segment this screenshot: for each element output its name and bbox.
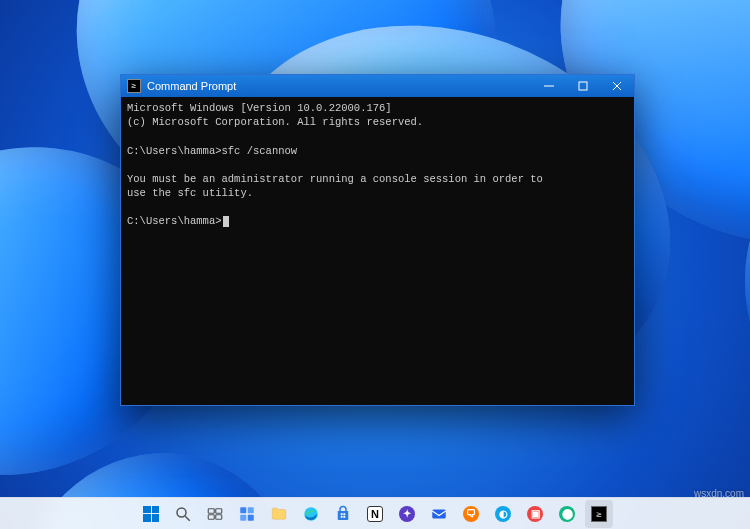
command-prompt-taskbar[interactable]: ≥	[585, 500, 613, 528]
terminal-output: use the sfc utility.	[127, 187, 253, 199]
desktop: ≥ Command Prompt Microsoft Windows [Vers…	[0, 0, 750, 529]
close-button[interactable]	[600, 75, 634, 97]
terminal-line: (c) Microsoft Corporation. All rights re…	[127, 116, 423, 128]
green-app-icon: ⬤	[559, 506, 575, 522]
svg-rect-11	[341, 513, 343, 515]
minimize-icon	[544, 81, 554, 91]
terminal-cursor	[223, 216, 229, 227]
notion-button[interactable]: N	[361, 500, 389, 528]
widgets-icon	[238, 505, 256, 523]
maximize-icon	[578, 81, 588, 91]
cloud-app-icon: ✦	[399, 506, 415, 522]
terminal-command: sfc /scannow	[222, 145, 298, 157]
task-view-icon	[206, 505, 224, 523]
taskbar: N ✦ 🗨 ◐ ▣ ⬤ ≥	[0, 497, 750, 529]
window-title: Command Prompt	[147, 80, 532, 92]
mail-icon	[430, 505, 448, 523]
svg-rect-15	[432, 509, 446, 518]
terminal-prompt: C:\Users\hamma>	[127, 215, 222, 227]
terminal-prompt: C:\Users\hamma>	[127, 145, 222, 157]
svg-rect-14	[343, 515, 345, 517]
store-icon	[334, 505, 352, 523]
terminal-body[interactable]: Microsoft Windows [Version 10.0.22000.17…	[121, 97, 634, 405]
svg-rect-7	[248, 507, 254, 513]
edge-icon	[302, 505, 320, 523]
edge-button[interactable]	[297, 500, 325, 528]
maximize-button[interactable]	[566, 75, 600, 97]
start-button[interactable]	[137, 500, 165, 528]
terminal-line: Microsoft Windows [Version 10.0.22000.17…	[127, 102, 392, 114]
svg-rect-0	[579, 82, 587, 90]
svg-rect-12	[343, 513, 345, 515]
svg-rect-2	[208, 508, 214, 513]
folder-icon	[270, 505, 288, 523]
circle-app-icon: ◐	[495, 506, 511, 522]
svg-rect-13	[341, 515, 343, 517]
svg-point-1	[177, 508, 186, 517]
file-explorer-button[interactable]	[265, 500, 293, 528]
svg-rect-4	[208, 514, 214, 519]
windows-logo-icon	[143, 506, 159, 522]
notion-icon: N	[367, 506, 383, 522]
app-mail-button[interactable]	[425, 500, 453, 528]
svg-rect-8	[240, 514, 246, 520]
minimize-button[interactable]	[532, 75, 566, 97]
svg-rect-9	[248, 514, 254, 520]
search-icon	[174, 505, 192, 523]
task-view-button[interactable]	[201, 500, 229, 528]
app-chat-button[interactable]: 🗨	[457, 500, 485, 528]
app-green-button[interactable]: ⬤	[553, 500, 581, 528]
close-icon	[612, 81, 622, 91]
svg-rect-5	[216, 514, 222, 519]
cmd-icon: ≥	[127, 79, 141, 93]
app-circle-button[interactable]: ◐	[489, 500, 517, 528]
terminal-output: You must be an administrator running a c…	[127, 173, 543, 185]
svg-rect-6	[240, 507, 246, 513]
command-prompt-window[interactable]: ≥ Command Prompt Microsoft Windows [Vers…	[120, 74, 635, 406]
svg-rect-3	[216, 508, 222, 513]
cmd-taskbar-icon: ≥	[591, 506, 607, 522]
widgets-button[interactable]	[233, 500, 261, 528]
search-button[interactable]	[169, 500, 197, 528]
red-app-icon: ▣	[527, 506, 543, 522]
app-cloud-button[interactable]: ✦	[393, 500, 421, 528]
chat-app-icon: 🗨	[463, 506, 479, 522]
store-button[interactable]	[329, 500, 357, 528]
titlebar[interactable]: ≥ Command Prompt	[121, 75, 634, 97]
app-red-button[interactable]: ▣	[521, 500, 549, 528]
